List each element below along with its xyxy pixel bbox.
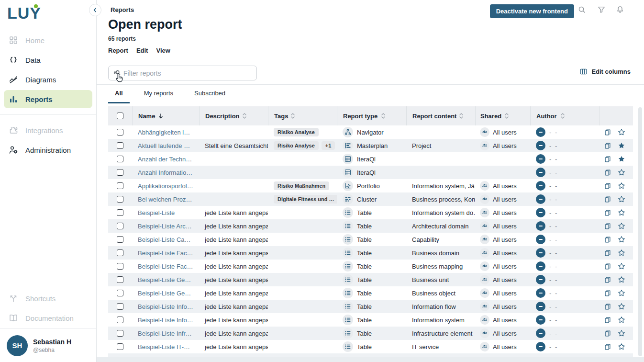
report-name-link[interactable]: Beispiel-Liste Geschäft… bbox=[138, 290, 193, 297]
star-icon[interactable] bbox=[618, 195, 625, 203]
star-icon[interactable] bbox=[618, 169, 625, 176]
tab-my-reports[interactable]: My reports bbox=[137, 85, 180, 103]
copy-report-icon[interactable] bbox=[604, 155, 611, 163]
bell-icon[interactable] bbox=[616, 5, 624, 14]
user-profile[interactable]: SH Sebastian H @sebha bbox=[0, 328, 96, 362]
report-name-link[interactable]: Anzahl Informationssy… bbox=[138, 169, 193, 176]
report-name-link[interactable]: Abhängigkeiten im Kon… bbox=[138, 129, 193, 136]
tab-all[interactable]: All bbox=[108, 85, 130, 103]
report-name-link[interactable]: Bei welchen Prozessen… bbox=[138, 196, 193, 203]
row-checkbox[interactable] bbox=[117, 317, 123, 323]
copy-report-icon[interactable] bbox=[604, 169, 611, 176]
luy-logo[interactable]: LUY bbox=[7, 4, 41, 23]
sidebar-item-data[interactable]: Data bbox=[4, 51, 92, 69]
row-checkbox[interactable] bbox=[117, 129, 123, 136]
copy-report-icon[interactable] bbox=[604, 276, 611, 283]
report-name-link[interactable]: Anzahl der Technische… bbox=[138, 156, 193, 163]
star-icon[interactable] bbox=[618, 289, 625, 297]
filter-reports-input[interactable] bbox=[123, 69, 252, 77]
copy-report-icon[interactable] bbox=[604, 303, 611, 310]
row-checkbox[interactable] bbox=[117, 290, 123, 296]
row-checkbox[interactable] bbox=[117, 343, 123, 350]
copy-report-icon[interactable] bbox=[604, 316, 611, 324]
column-header-shared[interactable]: Shared bbox=[475, 106, 530, 125]
copy-report-icon[interactable] bbox=[604, 128, 611, 136]
column-header-report-type[interactable]: Report type bbox=[337, 106, 406, 125]
report-name-link[interactable]: Beispiel-Liste Infrastru… bbox=[138, 330, 193, 337]
column-header-name[interactable]: Name bbox=[132, 106, 199, 125]
report-name-link[interactable]: Beispiel-Liste Informati… bbox=[138, 317, 193, 324]
star-icon[interactable] bbox=[618, 303, 625, 310]
star-icon[interactable] bbox=[618, 236, 625, 243]
copy-report-icon[interactable] bbox=[604, 329, 611, 337]
report-name-link[interactable]: Beispiel-Liste Geschäft… bbox=[138, 276, 193, 283]
column-header-author[interactable]: Author bbox=[530, 106, 599, 125]
star-icon[interactable] bbox=[618, 262, 625, 270]
report-name-link[interactable]: Beispiel-Liste Capability bbox=[138, 236, 193, 243]
row-checkbox[interactable] bbox=[117, 330, 123, 337]
menu-item-report[interactable]: Report bbox=[108, 47, 128, 54]
row-checkbox[interactable] bbox=[117, 156, 123, 162]
deactivate-new-frontend-button[interactable]: Deactivate new frontend bbox=[490, 4, 574, 18]
star-icon[interactable] bbox=[618, 182, 625, 190]
star-filled-icon[interactable] bbox=[618, 155, 625, 163]
menu-item-edit[interactable]: Edit bbox=[136, 47, 148, 54]
copy-report-icon[interactable] bbox=[604, 343, 611, 351]
tag-overflow-badge[interactable]: +1 bbox=[322, 141, 335, 150]
column-header-report-content[interactable]: Report content bbox=[406, 106, 475, 125]
report-name-link[interactable]: Beispiel-Liste Fachlich… bbox=[138, 249, 193, 257]
report-description: jede Liste kann angepa… bbox=[205, 236, 268, 243]
star-icon[interactable] bbox=[618, 343, 625, 351]
row-checkbox[interactable] bbox=[117, 169, 123, 176]
select-all-checkbox[interactable] bbox=[117, 113, 123, 119]
star-icon[interactable] bbox=[618, 329, 625, 337]
star-icon[interactable] bbox=[618, 249, 625, 257]
row-checkbox[interactable] bbox=[117, 182, 123, 189]
copy-report-icon[interactable] bbox=[604, 209, 611, 216]
copy-report-icon[interactable] bbox=[604, 249, 611, 257]
copy-report-icon[interactable] bbox=[604, 182, 611, 190]
row-checkbox[interactable] bbox=[117, 263, 123, 270]
menu-item-view[interactable]: View bbox=[156, 47, 170, 54]
sidebar-item-diagrams[interactable]: Diagrams bbox=[4, 70, 92, 89]
report-name-link[interactable]: Applikationsporfolio Ü… bbox=[138, 182, 193, 190]
report-name-link[interactable]: Beispiel-Liste Fachlich… bbox=[138, 263, 193, 270]
star-filled-icon[interactable] bbox=[618, 142, 625, 149]
sidebar-collapse-button[interactable] bbox=[89, 4, 101, 16]
row-checkbox[interactable] bbox=[117, 223, 123, 229]
sidebar-item-reports[interactable]: Reports bbox=[4, 90, 92, 108]
copy-report-icon[interactable] bbox=[604, 195, 611, 203]
tab-subscribed[interactable]: Subscribed bbox=[188, 85, 232, 103]
administration-icon bbox=[9, 145, 18, 155]
star-icon[interactable] bbox=[618, 276, 625, 283]
row-checkbox[interactable] bbox=[117, 249, 123, 256]
copy-report-icon[interactable] bbox=[604, 222, 611, 230]
edit-columns-button[interactable]: Edit columns bbox=[579, 68, 631, 76]
home-icon bbox=[9, 35, 18, 45]
row-checkbox[interactable] bbox=[117, 236, 123, 243]
report-name-link[interactable]: Aktuell laufende Projek… bbox=[138, 142, 193, 149]
row-checkbox[interactable] bbox=[117, 142, 123, 149]
star-icon[interactable] bbox=[618, 128, 625, 136]
column-header-tags[interactable]: Tags bbox=[268, 106, 337, 125]
report-name-link[interactable]: Beispiel-Liste Informati… bbox=[138, 303, 193, 310]
copy-report-icon[interactable] bbox=[604, 236, 611, 243]
report-name-link[interactable]: Beispiel-Liste Architekt… bbox=[138, 223, 193, 230]
row-checkbox[interactable] bbox=[117, 209, 123, 216]
copy-report-icon[interactable] bbox=[604, 142, 611, 149]
search-icon[interactable] bbox=[577, 5, 586, 14]
row-checkbox[interactable] bbox=[117, 303, 123, 310]
row-checkbox[interactable] bbox=[117, 196, 123, 203]
column-header-description[interactable]: Description bbox=[199, 106, 268, 125]
copy-report-icon[interactable] bbox=[604, 289, 611, 297]
star-icon[interactable] bbox=[618, 316, 625, 324]
report-name-link[interactable]: Beispiel-Liste IT-Servic… bbox=[138, 343, 193, 351]
star-icon[interactable] bbox=[618, 222, 625, 230]
sidebar-item-administration[interactable]: Administration bbox=[4, 141, 92, 159]
filter-icon[interactable] bbox=[597, 5, 606, 14]
vertical-scrollbar[interactable] bbox=[638, 107, 642, 356]
report-name-link[interactable]: Beispiel-Liste bbox=[138, 209, 175, 216]
row-checkbox[interactable] bbox=[117, 276, 123, 283]
star-icon[interactable] bbox=[618, 209, 625, 216]
copy-report-icon[interactable] bbox=[604, 262, 611, 270]
